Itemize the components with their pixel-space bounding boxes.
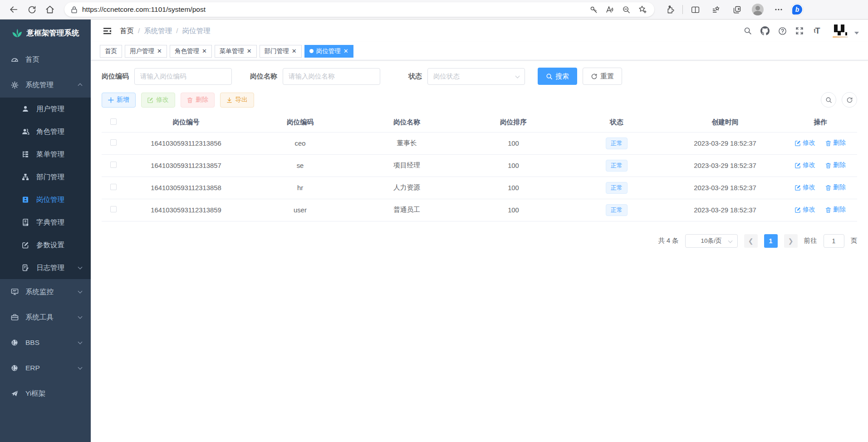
user-icon bbox=[21, 105, 30, 113]
refresh-table-button[interactable] bbox=[842, 92, 857, 108]
browser-menu-icon[interactable] bbox=[770, 2, 787, 17]
cell-post-code: user bbox=[247, 199, 353, 221]
status-badge: 正常 bbox=[606, 138, 628, 149]
tab-post-mgmt[interactable]: 岗位管理 ✕ bbox=[304, 45, 353, 58]
github-icon[interactable] bbox=[757, 23, 773, 39]
cell-post-code: hr bbox=[247, 177, 353, 199]
row-edit-link[interactable]: 修改 bbox=[795, 139, 815, 147]
tab-close-icon[interactable]: ✕ bbox=[157, 48, 162, 54]
browser-home-button[interactable] bbox=[41, 2, 59, 17]
goto-suffix: 页 bbox=[851, 236, 858, 245]
bing-chat-icon[interactable]: b bbox=[791, 3, 804, 16]
tab-close-icon[interactable]: ✕ bbox=[202, 48, 207, 54]
avatar-caret-icon[interactable] bbox=[854, 32, 859, 34]
post-name-input[interactable] bbox=[283, 68, 380, 85]
goto-page-input[interactable] bbox=[824, 234, 844, 248]
delete-button[interactable]: 删除 bbox=[181, 93, 215, 108]
sidebar-fold-icon[interactable] bbox=[100, 24, 114, 38]
row-edit-link[interactable]: 修改 bbox=[795, 206, 815, 214]
breadcrumb-section: 系统管理 bbox=[144, 26, 172, 36]
app-title: 意框架管理系统 bbox=[27, 28, 79, 38]
toggle-search-button[interactable] bbox=[821, 92, 836, 108]
chevron-down-icon bbox=[78, 340, 83, 344]
browser-refresh-button[interactable] bbox=[23, 2, 41, 17]
search-button[interactable]: 搜索 bbox=[538, 68, 577, 85]
sidebar-item-bbs[interactable]: BBS bbox=[0, 330, 91, 355]
sidebar-item-system-monitor[interactable]: 系统监控 bbox=[0, 279, 91, 304]
tab-dept-mgmt[interactable]: 部门管理 ✕ bbox=[260, 45, 302, 58]
cell-created: 2023-03-29 18:52:37 bbox=[667, 154, 784, 177]
split-screen-icon[interactable] bbox=[687, 2, 704, 17]
password-key-icon[interactable] bbox=[585, 3, 602, 16]
next-page-button[interactable]: ❯ bbox=[784, 234, 798, 248]
sidebar-item-yi-framework[interactable]: Yi框架 bbox=[0, 381, 91, 406]
tab-role-mgmt[interactable]: 角色管理 ✕ bbox=[170, 45, 212, 58]
row-edit-link[interactable]: 修改 bbox=[795, 161, 815, 169]
current-page-button[interactable]: 1 bbox=[764, 234, 778, 248]
row-checkbox[interactable] bbox=[110, 162, 117, 168]
reset-button[interactable]: 重置 bbox=[583, 68, 622, 85]
tab-close-icon[interactable]: ✕ bbox=[343, 48, 348, 54]
tab-menu-mgmt[interactable]: 菜单管理 ✕ bbox=[215, 45, 257, 58]
table-header-row: 岗位编号 岗位编码 岗位名称 岗位排序 状态 创建时间 操作 bbox=[102, 113, 857, 132]
page-size-select[interactable]: 10条/页 bbox=[685, 234, 738, 248]
org-tree-icon bbox=[21, 173, 30, 181]
sidebar-item-post-mgmt[interactable]: 岗位管理 bbox=[0, 188, 91, 211]
sidebar-item-log-mgmt[interactable]: 日志管理 bbox=[0, 256, 91, 279]
sidebar-item-erp[interactable]: ERP bbox=[0, 355, 91, 381]
row-checkbox[interactable] bbox=[110, 184, 117, 190]
post-code-input[interactable] bbox=[134, 68, 232, 85]
header-search-icon[interactable] bbox=[740, 23, 755, 39]
header-post-code: 岗位编码 bbox=[247, 113, 353, 132]
add-button[interactable]: 新增 bbox=[102, 93, 136, 108]
profile-avatar[interactable] bbox=[749, 2, 766, 17]
sidebar-item-role-mgmt[interactable]: 角色管理 bbox=[0, 120, 91, 143]
tab-close-icon[interactable]: ✕ bbox=[247, 48, 252, 54]
chevron-down-icon bbox=[78, 365, 83, 370]
cell-post-id: 1641030593112313856 bbox=[125, 132, 247, 154]
sidebar-item-user-mgmt[interactable]: 用户管理 bbox=[0, 98, 91, 120]
tab-user-mgmt[interactable]: 用户管理 ✕ bbox=[125, 45, 167, 58]
row-edit-link[interactable]: 修改 bbox=[795, 183, 815, 192]
export-button[interactable]: 导出 bbox=[220, 93, 254, 108]
prev-page-button[interactable]: ❮ bbox=[744, 234, 758, 248]
help-icon[interactable] bbox=[775, 23, 790, 39]
breadcrumb-home[interactable]: 首页 bbox=[120, 26, 134, 36]
user-avatar-logo[interactable] bbox=[833, 24, 848, 38]
row-checkbox[interactable] bbox=[110, 206, 117, 212]
sidebar-item-dict-mgmt[interactable]: 字典管理 bbox=[0, 211, 91, 234]
collections-icon[interactable] bbox=[707, 2, 725, 17]
chevron-down-icon bbox=[78, 289, 83, 294]
row-delete-link[interactable]: 删除 bbox=[825, 183, 846, 192]
extensions-icon[interactable] bbox=[662, 2, 679, 17]
edit-button[interactable]: 修改 bbox=[141, 93, 175, 108]
favorites-add-icon[interactable] bbox=[634, 3, 651, 16]
sidebar-item-menu-mgmt[interactable]: 菜单管理 bbox=[0, 143, 91, 166]
url-text[interactable]: https://ccnetcore.com:1101/system/post bbox=[82, 5, 206, 14]
row-delete-link[interactable]: 删除 bbox=[825, 206, 846, 214]
select-all-checkbox[interactable] bbox=[110, 118, 117, 125]
status-select[interactable]: 岗位状态 bbox=[427, 68, 525, 85]
sidebar-item-param-settings[interactable]: 参数设置 bbox=[0, 234, 91, 256]
goto-label: 前往 bbox=[804, 236, 817, 245]
sidebar-item-dept-mgmt[interactable]: 部门管理 bbox=[0, 166, 91, 188]
new-tab-group-icon[interactable] bbox=[728, 2, 745, 17]
browser-back-button[interactable] bbox=[5, 2, 23, 17]
sidebar-item-system-mgmt[interactable]: 系统管理 bbox=[0, 72, 91, 98]
read-aloud-icon[interactable] bbox=[602, 3, 618, 16]
tab-close-icon[interactable]: ✕ bbox=[292, 48, 297, 54]
tab-home[interactable]: 首页 bbox=[100, 45, 122, 58]
toolbar-divider bbox=[682, 5, 683, 14]
address-bar[interactable]: https://ccnetcore.com:1101/system/post bbox=[64, 2, 654, 17]
font-size-icon[interactable]: tT bbox=[809, 23, 824, 39]
sidebar-item-system-tools[interactable]: 系统工具 bbox=[0, 304, 91, 330]
zoom-out-icon[interactable] bbox=[618, 3, 634, 16]
row-checkbox[interactable] bbox=[110, 139, 117, 146]
fullscreen-icon[interactable] bbox=[792, 23, 807, 39]
app-logo[interactable]: 意框架管理系统 bbox=[0, 20, 91, 47]
globe-icon bbox=[10, 339, 19, 346]
lock-icon bbox=[71, 6, 78, 14]
row-delete-link[interactable]: 删除 bbox=[825, 139, 846, 147]
row-delete-link[interactable]: 删除 bbox=[825, 161, 846, 169]
sidebar-item-home[interactable]: 首页 bbox=[0, 47, 91, 72]
